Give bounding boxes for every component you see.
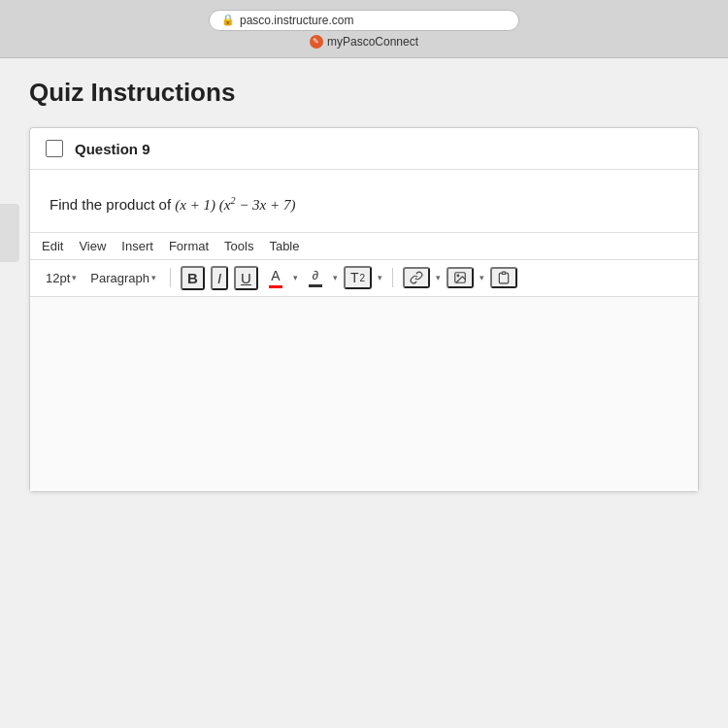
editor-area[interactable] — [30, 297, 698, 491]
font-size-value: 12pt — [46, 271, 70, 285]
font-color-label: A — [271, 268, 280, 283]
bookmark-icon: ✎ — [310, 35, 323, 49]
sidebar-tab[interactable] — [0, 204, 19, 262]
highlight-label: ∂ — [313, 268, 318, 282]
link-button[interactable] — [403, 267, 430, 288]
superscript-chevron[interactable]: ▾ — [378, 273, 382, 282]
image-icon — [453, 271, 467, 284]
bookmark-link[interactable]: ✎ myPascoConnect — [310, 35, 418, 49]
lock-icon: 🔒 — [221, 14, 235, 26]
page-title: Quiz Instructions — [29, 78, 699, 108]
image-chevron[interactable]: ▾ — [480, 273, 484, 282]
bold-button[interactable]: B — [181, 266, 205, 290]
page-content: Quiz Instructions Question 9 Find the pr… — [0, 58, 728, 728]
browser-chrome: 🔒 pasco.instructure.com ✎ myPascoConnect — [0, 0, 728, 58]
paragraph-select[interactable]: Paragraph ▾ — [86, 269, 160, 287]
font-color-bar — [269, 285, 282, 288]
highlight-button[interactable]: ∂ — [304, 266, 327, 289]
menu-item-table[interactable]: Table — [269, 239, 299, 253]
superscript-button[interactable]: T2 — [344, 266, 372, 289]
question-checkbox[interactable] — [46, 140, 63, 157]
underline-button[interactable]: U — [234, 266, 258, 290]
font-size-chevron: ▾ — [72, 273, 77, 282]
question-text: Find the product of (x + 1) (x2 − 3x + 7… — [50, 196, 295, 213]
highlight-chevron[interactable]: ▾ — [333, 273, 338, 282]
question-header: Question 9 — [30, 128, 698, 170]
svg-rect-2 — [502, 272, 506, 274]
italic-button[interactable]: I — [211, 266, 228, 290]
paragraph-value: Paragraph — [90, 271, 149, 285]
menu-item-view[interactable]: View — [79, 239, 106, 253]
link-chevron[interactable]: ▾ — [436, 273, 441, 282]
question-title: Question 9 — [75, 141, 150, 157]
bookmark-label: myPascoConnect — [327, 35, 418, 49]
question-math: (x + 1) (x2 − 3x + 7) — [175, 197, 295, 213]
font-color-button[interactable]: A — [264, 266, 287, 290]
menu-item-format[interactable]: Format — [169, 239, 209, 253]
address-bar[interactable]: 🔒 pasco.instructure.com — [209, 10, 519, 31]
link-icon — [410, 271, 423, 284]
menu-item-tools[interactable]: Tools — [224, 239, 253, 253]
paragraph-chevron: ▾ — [151, 273, 156, 282]
paste-icon — [497, 271, 511, 284]
image-button[interactable] — [447, 267, 474, 288]
toolbar-buttons: 12pt ▾ Paragraph ▾ B I U A ▾ ∂ — [30, 260, 698, 297]
question-body: Find the product of (x + 1) (x2 − 3x + 7… — [30, 170, 698, 233]
font-color-chevron[interactable]: ▾ — [293, 273, 298, 282]
font-size-select[interactable]: 12pt ▾ — [42, 269, 81, 287]
editor-container: Question 9 Find the product of (x + 1) (… — [29, 127, 699, 492]
svg-point-1 — [457, 275, 459, 277]
toolbar-divider-2 — [392, 268, 393, 287]
paste-button[interactable] — [490, 267, 517, 288]
menu-item-edit[interactable]: Edit — [42, 239, 63, 253]
url-text: pasco.instructure.com — [240, 14, 353, 27]
toolbar-divider-1 — [170, 268, 171, 287]
menu-item-insert[interactable]: Insert — [121, 239, 153, 253]
highlight-bar — [309, 284, 322, 287]
question-text-prefix: Find the product of — [50, 196, 175, 213]
toolbar-menu: Edit View Insert Format Tools Table — [30, 233, 698, 260]
bookmark-bar: ✎ myPascoConnect — [310, 35, 418, 49]
